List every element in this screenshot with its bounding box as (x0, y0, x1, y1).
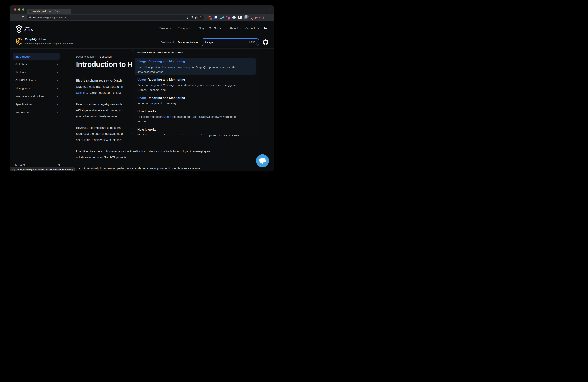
search-result-body: to setup (137, 120, 147, 123)
bookmark-star-icon[interactable]: ☆ (199, 16, 202, 19)
text-fragment: L (259, 103, 260, 106)
breadcrumb-separator-icon: › (95, 55, 96, 58)
dropdown-divider (132, 56, 258, 56)
search-box[interactable]: ESC (202, 38, 259, 46)
sidebar-item-get-started[interactable]: Get Started› (13, 61, 60, 67)
paragraph-line: Hive is a schema registry for Graph (76, 79, 122, 82)
results-section-header: USAGE REPORTING AND MONITORING (137, 51, 184, 54)
lock-icon (29, 16, 31, 19)
bullet-icon: • (79, 167, 80, 170)
breadcrumb: Documentation › Introduction (76, 55, 111, 58)
address-bar[interactable]: the-guild.dev/graphql/hive/docs ☆ (27, 15, 204, 20)
paragraph-line: However, it is important to note that (76, 126, 122, 130)
guild-favicon-icon (29, 10, 31, 13)
paragraph-line: collaborating on your GraphQL projects: (76, 156, 127, 159)
paragraph-line: Stitching, Apollo Federation, or just (76, 91, 121, 95)
paragraph-line: your schema in a timely manner. (76, 115, 118, 118)
loom-extension-icon[interactable] (220, 16, 224, 19)
minimize-window-button[interactable] (18, 8, 20, 11)
tab-title-fade (57, 10, 61, 13)
browser-window: Introduction to Hive – GraphQL ✕ + ⌄ ← →… (10, 5, 274, 171)
stitching-link[interactable]: Stitching (76, 91, 87, 94)
url-host: the-guild.dev (33, 16, 46, 19)
chevron-right-icon: › (57, 86, 58, 90)
sidebar-item-integrations-and-guides[interactable]: Integrations and Guides› (13, 93, 60, 99)
moon-icon (15, 164, 18, 166)
tab-title: Introduction to Hive – GraphQL (33, 10, 61, 13)
hive-header-nav: Dashboard Documentation ESC (161, 38, 268, 46)
search-result-body: Schema Usage and Coverage: understand ho… (137, 84, 236, 87)
chevron-right-icon: › (57, 102, 58, 106)
header-divider (10, 48, 274, 49)
esc-key-badge: ESC (250, 40, 257, 44)
search-result-title[interactable]: Usage Reporting and Monitoring (137, 78, 185, 82)
github-icon[interactable] (263, 39, 268, 45)
paragraph-line: Hive as a schema registry serves th (76, 103, 122, 106)
search-result-body: The following information is included in… (137, 134, 207, 135)
close-window-button[interactable] (14, 8, 16, 11)
forward-icon[interactable]: → (17, 16, 21, 19)
sidepanel-extension-icon[interactable] (238, 16, 242, 19)
search-result-body: Hive allow you to collect usage data fro… (137, 66, 236, 69)
hive-logo-block[interactable]: GraphQL Hive Schema registry for your Gr… (16, 38, 74, 45)
status-url-tooltip: https://the-guild.dev/graphql/hive/docs/… (10, 167, 75, 171)
sidebar-item-cli-api-reference[interactable]: CLI/API Reference› (13, 77, 60, 83)
breadcrumb-page: Introduction (98, 55, 111, 58)
zoom-page-icon[interactable] (191, 16, 193, 19)
search-result-body: GraphQL schema, and (137, 88, 166, 92)
theme-toggle[interactable]: Dark (15, 164, 25, 166)
ublock-badge: 1 (210, 18, 212, 20)
search-result-title[interactable]: Usage Reporting and Monitoring (137, 96, 185, 100)
chat-widget-button[interactable] (256, 154, 269, 167)
chevron-down-icon: ⌄ (192, 27, 193, 29)
search-result-title[interactable]: Usage Reporting and Monitoring (137, 59, 185, 63)
sidebar-item-management[interactable]: Management› (13, 85, 60, 91)
collapse-sidebar-icon[interactable] (57, 163, 61, 166)
nav-solutions[interactable]: Solutions ⌄ (160, 27, 173, 30)
guild-logo[interactable]: THEGUILD (15, 25, 33, 33)
nav-ecosystem[interactable]: Ecosystem ⌄ (178, 27, 194, 30)
extensions-puzzle-icon[interactable] (232, 16, 236, 19)
nav-dashboard[interactable]: Dashboard (161, 41, 174, 44)
window-controls (14, 8, 24, 11)
theme-moon-icon[interactable] (264, 26, 267, 30)
zoom-window-button[interactable] (22, 8, 24, 11)
new-tab-button[interactable]: + (70, 9, 72, 13)
sidebar-item-introduction[interactable]: Introduction (13, 53, 60, 60)
nav-blog[interactable]: Blog (198, 27, 204, 30)
tab-close-icon[interactable]: ✕ (68, 10, 69, 12)
guild-logo-text: THEGUILD (24, 26, 33, 32)
profile-avatar[interactable] (244, 15, 249, 20)
breadcrumb-section[interactable]: Documentation (76, 55, 94, 58)
search-input[interactable] (205, 40, 250, 44)
update-button[interactable]: Update (251, 15, 265, 20)
dropdown-scrollbar[interactable] (256, 51, 257, 58)
ublock-extension-icon[interactable]: UO 1 (208, 16, 211, 19)
sidebar-item-self-hosting[interactable]: Self-Hosting› (13, 109, 60, 115)
sidebar-item-specifications[interactable]: Specifications› (13, 101, 60, 107)
nav-documentation[interactable]: Documentation (178, 41, 198, 44)
search-result-body: To collect and report usage information … (137, 115, 236, 118)
reload-icon[interactable]: ⟳ (21, 15, 25, 19)
bullet-item: •Observability for operation performance… (79, 167, 200, 170)
search-result-title[interactable]: How it works (137, 110, 156, 113)
chevron-right-icon: › (57, 111, 58, 114)
guild-hexagon-icon (15, 25, 23, 33)
bitwarden-extension-icon[interactable] (214, 16, 217, 19)
nav-our-services[interactable]: Our Services (209, 27, 225, 30)
browser-tab[interactable]: Introduction to Hive – GraphQL ✕ (27, 8, 71, 14)
share-icon[interactable] (195, 16, 198, 19)
search-result-title[interactable]: How it works (137, 128, 156, 132)
browser-menu-icon[interactable] (263, 16, 264, 19)
back-icon[interactable]: ← (13, 16, 17, 19)
tab-search-chevron-icon[interactable]: ⌄ (269, 8, 271, 11)
install-app-icon[interactable] (186, 16, 189, 19)
paragraph-line: In addition to a basic schema registry f… (76, 150, 211, 153)
paragraph-line: requires a thorough understanding o (76, 132, 123, 135)
url-text: the-guild.dev/graphql/hive/docs (33, 16, 66, 19)
nav-contact-us[interactable]: Contact Us (246, 27, 259, 30)
highlighter-extension-icon[interactable] (226, 15, 230, 19)
nav-about-us[interactable]: About Us (229, 27, 241, 30)
extension-icons: UO 1 Update (208, 15, 265, 20)
sidebar-item-features[interactable]: Features› (13, 69, 60, 75)
